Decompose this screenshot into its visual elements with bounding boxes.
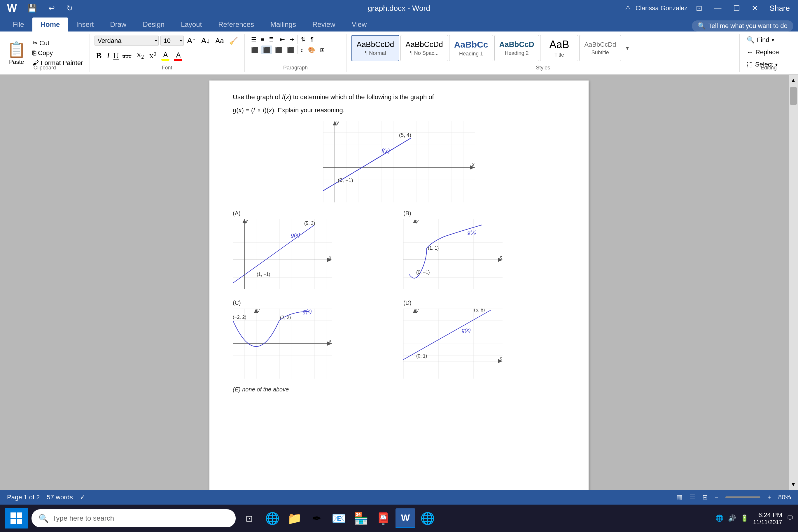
borders-btn[interactable]: ⊞ — [318, 45, 327, 54]
styles-scroll-btn[interactable]: ▼ — [622, 36, 633, 60]
tab-references[interactable]: References — [210, 18, 262, 32]
font-group-label: Font — [90, 65, 244, 71]
line-spacing-btn[interactable]: ↕ — [299, 46, 305, 54]
view-normal-btn[interactable]: ▦ — [677, 494, 683, 501]
title-bar-left: W 💾 ↩ ↻ — [5, 1, 76, 15]
increase-indent-btn[interactable]: ⇥ — [288, 35, 296, 44]
superscript-btn[interactable]: X2 — [147, 50, 158, 61]
scrollbar[interactable]: ▲ ▼ — [788, 75, 798, 490]
strikethrough-btn[interactable]: abc — [121, 51, 133, 61]
style-subtitle[interactable]: AaBbCcDd Subtitle — [579, 35, 621, 61]
shrink-font-btn[interactable]: A↓ — [200, 35, 212, 46]
battery-icon: 🔋 — [741, 514, 748, 522]
italic-btn[interactable]: I — [105, 50, 111, 61]
replace-btn[interactable]: ↔ Replace — [744, 47, 781, 57]
cut-button[interactable]: ✂ Cut — [31, 39, 85, 48]
start-button[interactable] — [5, 508, 28, 529]
sort-btn[interactable]: ⇅ — [299, 35, 307, 44]
style-nospacing-preview: AaBbCcDd — [405, 40, 443, 49]
tab-draw[interactable]: Draw — [102, 18, 134, 32]
tab-file[interactable]: File — [5, 18, 32, 32]
tell-me-input[interactable]: Tell me what you want to do — [708, 22, 787, 30]
style-normal-preview: AaBbCcDd — [357, 40, 394, 49]
svg-text:(5, 4): (5, 4) — [399, 132, 411, 138]
align-right-btn[interactable]: ⬛ — [273, 45, 284, 54]
change-case-btn[interactable]: Aa — [213, 36, 226, 46]
multilevel-list-btn[interactable]: ≣ — [267, 35, 276, 44]
font-name-select[interactable]: Verdana — [95, 36, 159, 46]
bold-btn[interactable]: B — [95, 50, 103, 61]
highlight-color-btn[interactable]: A — [160, 50, 171, 61]
underline-btn[interactable]: U — [113, 51, 119, 60]
document-title: graph.docx - Word — [368, 4, 430, 13]
find-btn[interactable]: 🔍 Find ▾ — [744, 35, 781, 45]
style-normal[interactable]: AaBbCcDd ¶ Normal — [352, 35, 400, 61]
file-explorer-btn[interactable]: 📁 — [285, 508, 304, 528]
view-outline-btn[interactable]: ☰ — [689, 494, 695, 501]
notification-icon[interactable]: 🗨 — [787, 514, 793, 522]
justify-btn[interactable]: ⬛ — [285, 45, 296, 54]
main-graph-container: (0, −1) (5, 4) x y f(x) — [233, 121, 565, 204]
taskbar-search-box[interactable]: 🔍 Type here to search — [32, 509, 236, 527]
undo-btn[interactable]: ↩ — [45, 3, 58, 14]
paste-button[interactable]: 📋 Paste — [5, 40, 28, 66]
maximize-btn[interactable]: ☐ — [730, 3, 743, 14]
style-heading1[interactable]: AaBbCc Heading 1 — [449, 35, 493, 61]
store-btn[interactable]: 🏪 — [351, 508, 371, 528]
align-center-btn[interactable]: ⬛ — [261, 45, 272, 54]
font-size-select[interactable]: 10 — [160, 36, 184, 46]
task-view-btn[interactable]: ⊡ — [240, 510, 258, 527]
mail-btn[interactable]: 📧 — [329, 508, 349, 528]
tab-view[interactable]: View — [344, 18, 375, 32]
decrease-indent-btn[interactable]: ⇤ — [278, 35, 287, 44]
copy-button[interactable]: ⎘ Copy — [31, 49, 85, 57]
subscript-btn[interactable]: X2 — [135, 50, 146, 61]
style-heading2[interactable]: AaBbCcD Heading 2 — [494, 35, 539, 61]
svg-text:(5, 6): (5, 6) — [474, 309, 485, 312]
style-subtitle-label: Subtitle — [591, 50, 609, 56]
style-nospacing-label: ¶ No Spac... — [410, 50, 439, 56]
subgraph-b: (B) (0, −1) (1, 1) x y g(x) — [403, 210, 565, 291]
view-web-btn[interactable]: ⊞ — [702, 494, 708, 501]
bullets-btn[interactable]: ☰ — [249, 35, 258, 44]
spelling-check-icon[interactable]: ✓ — [80, 494, 85, 501]
pen-btn[interactable]: ✒ — [307, 508, 327, 528]
svg-text:(0, 1): (0, 1) — [416, 354, 427, 359]
zoom-in-btn[interactable]: + — [767, 494, 771, 501]
style-title[interactable]: AaB Title — [540, 35, 578, 61]
close-btn[interactable]: ✕ — [748, 3, 762, 14]
scroll-down-btn[interactable]: ▼ — [788, 479, 798, 490]
tab-insert[interactable]: Insert — [68, 18, 102, 32]
page-info: Page 1 of 2 — [7, 494, 40, 501]
chrome-btn[interactable]: 🌐 — [418, 508, 437, 528]
zoom-out-btn[interactable]: − — [715, 494, 718, 501]
minimize-btn[interactable]: — — [710, 3, 725, 14]
svg-text:y: y — [245, 219, 248, 223]
scroll-up-btn[interactable]: ▲ — [788, 75, 798, 86]
unknown-app-btn[interactable]: 📮 — [373, 508, 393, 528]
numbering-btn[interactable]: ≡ — [259, 35, 266, 44]
tab-layout[interactable]: Layout — [173, 18, 210, 32]
clock[interactable]: 6:24 PM 11/11/2017 — [753, 511, 782, 526]
grow-font-btn[interactable]: A↑ — [186, 35, 198, 46]
shading-btn[interactable]: 🎨 — [306, 45, 317, 54]
redo-btn[interactable]: ↻ — [63, 3, 76, 14]
scroll-thumb[interactable] — [790, 87, 797, 105]
align-left-btn[interactable]: ⬛ — [249, 45, 260, 54]
tab-mailings[interactable]: Mailings — [262, 18, 304, 32]
tab-design[interactable]: Design — [134, 18, 173, 32]
tab-review[interactable]: Review — [304, 18, 344, 32]
save-title-btn[interactable]: 💾 — [24, 3, 40, 14]
zoom-slider[interactable] — [725, 496, 760, 498]
restore-window-btn[interactable]: ⊡ — [692, 3, 706, 14]
edge-browser-btn[interactable]: 🌐 — [263, 508, 282, 528]
tab-home[interactable]: Home — [32, 18, 68, 32]
share-btn[interactable]: Share — [766, 3, 793, 14]
show-marks-btn[interactable]: ¶ — [309, 35, 315, 44]
style-h2-label: Heading 2 — [505, 50, 529, 56]
svg-rect-55 — [11, 519, 16, 524]
style-no-spacing[interactable]: AaBbCcDd ¶ No Spac... — [400, 35, 448, 61]
font-color-btn[interactable]: A — [173, 50, 184, 61]
clear-format-btn[interactable]: 🧹 — [228, 36, 240, 46]
word-app-btn[interactable]: W — [396, 508, 415, 528]
